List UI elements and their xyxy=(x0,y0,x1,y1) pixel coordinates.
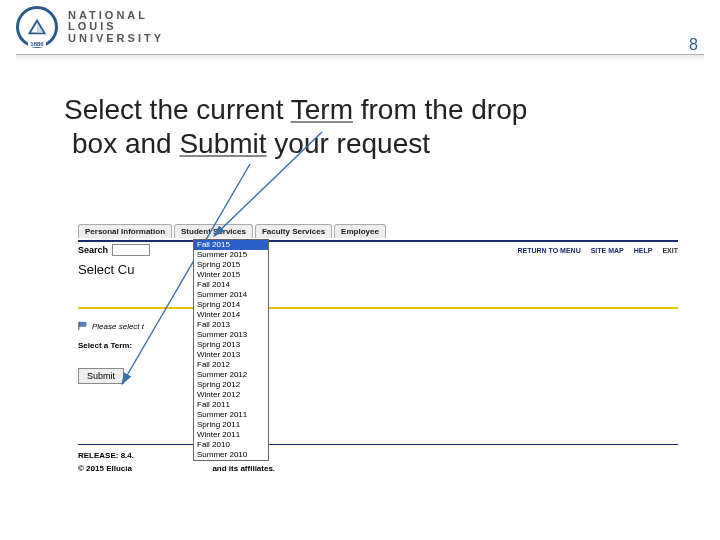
term-option[interactable]: Summer 2014 xyxy=(194,290,268,300)
term-option[interactable]: Spring 2014 xyxy=(194,300,268,310)
term-option[interactable]: Summer 2011 xyxy=(194,410,268,420)
logo-text: NATIONAL LOUIS UNIVERSITY xyxy=(68,10,164,45)
term-option[interactable]: Spring 2012 xyxy=(194,380,268,390)
thin-rule xyxy=(78,444,678,445)
term-option[interactable]: Summer 2012 xyxy=(194,370,268,380)
inner-page-title: Select Cu xyxy=(78,262,678,277)
slide-header: 1886 NATIONAL LOUIS UNIVERSITY 8 xyxy=(0,0,720,50)
link-exit[interactable]: EXIT xyxy=(662,247,678,254)
university-logo: 1886 NATIONAL LOUIS UNIVERSITY xyxy=(16,6,164,48)
page-number: 8 xyxy=(689,36,698,54)
copyright-pre: © 2015 Ellucia xyxy=(78,464,132,473)
tab-student-services[interactable]: Student Services xyxy=(174,224,253,238)
hint-text: Please select t xyxy=(92,322,144,331)
svg-rect-5 xyxy=(79,322,87,327)
tab-employee[interactable]: Employee xyxy=(334,224,386,238)
info-flag-icon xyxy=(78,321,88,331)
yellow-rule xyxy=(78,307,678,309)
tab-faculty-services[interactable]: Faculty Services xyxy=(255,224,332,238)
term-option[interactable]: Summer 2013 xyxy=(194,330,268,340)
link-site-map[interactable]: SITE MAP xyxy=(591,247,624,254)
copyright-row: © 2015 Ellucia and its affiliates. xyxy=(78,464,678,473)
tab-personal-information[interactable]: Personal Information xyxy=(78,224,172,238)
term-option[interactable]: Spring 2011 xyxy=(194,420,268,430)
submit-button[interactable]: Submit xyxy=(78,368,124,384)
term-option[interactable]: Spring 2015 xyxy=(194,260,268,270)
triangle-icon xyxy=(26,16,48,38)
search-label: Search xyxy=(78,245,108,255)
term-dropdown[interactable]: Fall 2015 Summer 2015Spring 2015Winter 2… xyxy=(193,239,269,461)
term-option[interactable]: Summer 2010 xyxy=(194,450,268,460)
copyright-post: and its affiliates. xyxy=(212,464,275,473)
search-region: Search xyxy=(78,244,150,256)
logo-year: 1886 xyxy=(28,41,45,47)
tab-bar: Personal Information Student Services Fa… xyxy=(78,224,678,238)
hint-row: Please select t xyxy=(78,321,678,331)
term-option[interactable]: Fall 2010 xyxy=(194,440,268,450)
uni-line-3: UNIVERSITY xyxy=(68,33,164,45)
term-option[interactable]: Winter 2015 xyxy=(194,270,268,280)
logo-badge: 1886 xyxy=(16,6,58,48)
term-option[interactable]: Fall 2013 xyxy=(194,320,268,330)
term-option[interactable]: Winter 2011 xyxy=(194,430,268,440)
submit-word: Submit xyxy=(179,128,266,159)
top-links: RETURN TO MENU SITE MAP HELP EXIT xyxy=(517,247,678,254)
term-option[interactable]: Winter 2013 xyxy=(194,350,268,360)
term-option[interactable]: Fall 2012 xyxy=(194,360,268,370)
release-text: RELEASE: 8.4. xyxy=(78,451,678,460)
term-option[interactable]: Winter 2012 xyxy=(194,390,268,400)
term-option[interactable]: Summer 2015 xyxy=(194,250,268,260)
term-selected[interactable]: Fall 2015 xyxy=(194,240,268,250)
search-input[interactable] xyxy=(112,244,150,256)
link-help[interactable]: HELP xyxy=(634,247,653,254)
term-option[interactable]: Fall 2011 xyxy=(194,400,268,410)
term-option[interactable]: Spring 2013 xyxy=(194,340,268,350)
top-row: Search RETURN TO MENU SITE MAP HELP EXIT xyxy=(78,244,678,256)
link-return-to-menu[interactable]: RETURN TO MENU xyxy=(517,247,580,254)
term-option[interactable]: Winter 2014 xyxy=(194,310,268,320)
select-term-label: Select a Term: xyxy=(78,341,678,350)
term-word: Term xyxy=(291,94,353,125)
term-option[interactable]: Fall 2014 xyxy=(194,280,268,290)
instruction-text: Select the current Term from the drop bo… xyxy=(0,61,720,169)
banner-screenshot: Personal Information Student Services Fa… xyxy=(78,224,678,473)
blue-rule xyxy=(78,240,678,242)
